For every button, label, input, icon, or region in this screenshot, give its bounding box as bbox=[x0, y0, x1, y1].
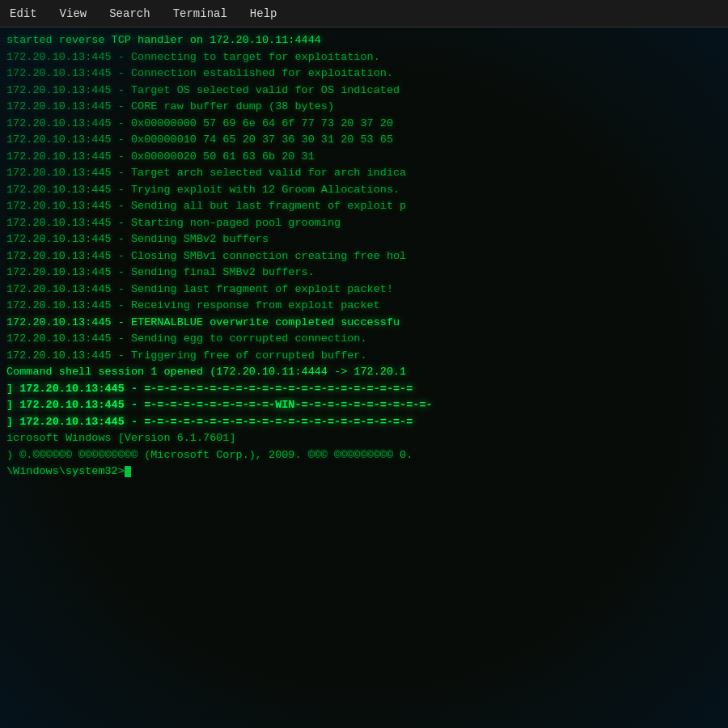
terminal-line: 172.20.10.13:445 - Connection establishe… bbox=[6, 66, 722, 83]
terminal-line: 172.20.10.13:445 - CORE raw buffer dump … bbox=[6, 99, 722, 116]
terminal-line: 172.20.10.13:445 - Receiving response fr… bbox=[6, 298, 722, 315]
terminal-body[interactable]: started reverse TCP handler on 172.20.10… bbox=[0, 28, 728, 728]
terminal-line: 172.20.10.13:445 - ETERNALBLUE overwrite… bbox=[6, 315, 722, 332]
terminal-line: 172.20.10.13:445 - Sending final SMBv2 b… bbox=[6, 265, 722, 281]
menu-bar: EditViewSearchTerminalHelp bbox=[0, 0, 728, 28]
terminal-line: 172.20.10.13:445 - 0x00000000 57 69 6e 6… bbox=[6, 116, 722, 133]
terminal-line: 172.20.10.13:445 - Triggering free of co… bbox=[6, 348, 722, 365]
terminal-line: 172.20.10.13:445 - Trying exploit with 1… bbox=[6, 182, 722, 199]
terminal-line: \Windows\system32> bbox=[6, 463, 722, 480]
terminal-line: started reverse TCP handler on 172.20.10… bbox=[6, 32, 722, 49]
terminal-line: Command shell session 1 opened (172.20.1… bbox=[6, 364, 722, 381]
terminal-line: ] 172.20.10.13:445 - =-=-=-=-=-=-=-=-=-=… bbox=[6, 414, 722, 431]
terminal-output: started reverse TCP handler on 172.20.10… bbox=[6, 32, 722, 480]
terminal-line: icrosoft Windows [Version 6.1.7601] bbox=[6, 430, 722, 447]
terminal-line: 172.20.10.13:445 - Sending SMBv2 buffers bbox=[6, 231, 722, 248]
terminal-line: 172.20.10.13:445 - Sending all but last … bbox=[6, 198, 722, 215]
terminal-line: 172.20.10.13:445 - Closing SMBv1 connect… bbox=[6, 248, 722, 265]
terminal-line: 172.20.10.13:445 - 0x00000010 74 65 20 3… bbox=[6, 132, 722, 149]
terminal-line: 172.20.10.13:445 - Target arch selected … bbox=[6, 165, 722, 182]
menu-item-edit[interactable]: Edit bbox=[6, 6, 40, 22]
terminal-line: ] 172.20.10.13:445 - =-=-=-=-=-=-=-=-=-=… bbox=[6, 397, 722, 414]
terminal-line: 172.20.10.13:445 - Connecting to target … bbox=[6, 49, 722, 66]
terminal-line: ] 172.20.10.13:445 - =-=-=-=-=-=-=-=-=-=… bbox=[6, 381, 722, 398]
terminal-line: 172.20.10.13:445 - Target OS selected va… bbox=[6, 83, 722, 99]
terminal-line: 172.20.10.13:445 - Sending egg to corrup… bbox=[6, 331, 722, 348]
menu-item-terminal[interactable]: Terminal bbox=[170, 6, 231, 22]
menu-item-help[interactable]: Help bbox=[247, 6, 281, 22]
terminal-window: EditViewSearchTerminalHelp started rever… bbox=[0, 0, 728, 728]
terminal-line: ) ©.©©©©©© ©©©©©©©©© (Microsoft Corp.), … bbox=[6, 447, 722, 464]
terminal-cursor bbox=[125, 466, 131, 477]
terminal-line: 172.20.10.13:445 - Starting non-paged po… bbox=[6, 215, 722, 232]
menu-item-search[interactable]: Search bbox=[106, 6, 153, 22]
menu-item-view[interactable]: View bbox=[57, 6, 91, 22]
terminal-line: 172.20.10.13:445 - Sending last fragment… bbox=[6, 281, 722, 298]
terminal-line: 172.20.10.13:445 - 0x00000020 50 61 63 6… bbox=[6, 149, 722, 166]
